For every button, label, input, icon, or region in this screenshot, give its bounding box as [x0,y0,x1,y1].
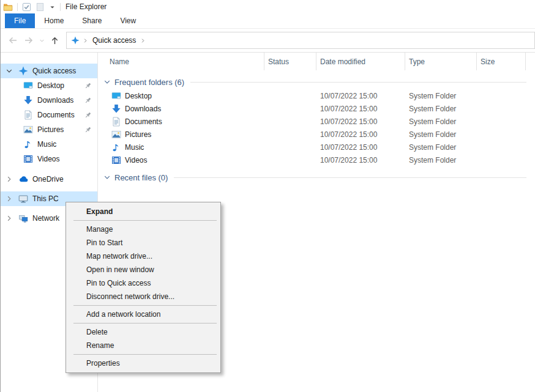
sidebar-item-desktop[interactable]: Desktop [0,78,97,93]
recent-locations-dropdown[interactable] [37,32,47,48]
sidebar-item-label: Desktop [37,81,64,90]
file-explorer-window: File Explorer FileHomeShareView Quick ac… [0,0,535,392]
group-header-line [174,177,526,178]
context-menu-item-properties[interactable]: Properties [66,357,220,370]
file-row-downloads[interactable]: Downloads10/07/2022 15:00System Folder [98,102,535,115]
ribbon-tab-home[interactable]: Home [35,13,73,28]
sidebar-item-documents[interactable]: Documents [0,108,97,122]
file-status-cell [264,89,316,102]
file-name-cell: Pictures [98,128,264,141]
breadcrumb-location[interactable]: Quick access [92,36,136,45]
pin-icon-wrap [84,126,92,134]
customize-quick-access-toolbar-icon[interactable] [49,4,56,10]
navigation-toolbar: Quick access [0,29,535,53]
file-row-music[interactable]: Music10/07/2022 15:00System Folder [98,141,535,153]
sidebar-item-pictures[interactable]: Pictures [0,122,97,137]
group-chevron-wrap[interactable] [103,78,111,86]
file-row-pictures[interactable]: Pictures10/07/2022 15:00System Folder [98,128,535,141]
ribbon-tab-view[interactable]: View [111,13,145,28]
sidebar-item-label: Network [32,214,59,223]
group-header-recent-files-0[interactable]: Recent files (0) [98,170,535,185]
group-chevron-wrap[interactable] [103,174,111,181]
context-menu-item-pin-to-start[interactable]: Pin to Start [66,236,220,250]
back-arrow-icon [8,35,18,45]
file-date-modified-cell: 10/07/2022 15:00 [316,115,405,128]
breadcrumb-chevron-icon [83,38,88,43]
column-header-type[interactable]: Type [405,53,477,70]
videos-icon-wrap [111,155,121,165]
desktop-icon-wrap [23,81,33,91]
pin-icon [84,82,92,90]
titlebar-separator [17,3,18,11]
expand-chevron[interactable] [6,195,14,202]
group-header-frequent-folders-6[interactable]: Frequent folders (6) [98,75,535,89]
expand-chevron[interactable] [6,215,14,222]
sidebar-item-label: OneDrive [32,175,64,183]
file-row-desktop[interactable]: Desktop10/07/2022 15:00System Folder [98,89,535,102]
column-header-name[interactable]: Name [98,53,264,70]
up-arrow-icon [50,36,59,45]
new-folder-icon [36,2,45,12]
new-folder-icon[interactable] [36,2,45,12]
ribbon-tabs: FileHomeShareView [0,13,535,29]
file-date-modified-cell: 10/07/2022 15:00 [316,153,405,166]
back-button[interactable] [5,32,21,48]
context-menu-item-rename[interactable]: Rename [66,339,220,352]
sidebar-item-videos[interactable]: Videos [0,152,97,166]
group-chevron-down-icon [103,78,111,86]
context-menu-item-pin-to-quick-access[interactable]: Pin to Quick access [66,276,220,290]
context-menu-item-add-a-network-location[interactable]: Add a network location [66,308,220,321]
context-menu-item-delete[interactable]: Delete [66,325,220,339]
quick-access-star-icon [18,66,28,76]
onedrive-icon-wrap [18,174,28,184]
ribbon-tab-share[interactable]: Share [73,13,111,28]
sidebar-item-onedrive[interactable]: OneDrive [0,172,97,187]
column-header-size[interactable]: Size [477,53,526,70]
file-status-cell [264,128,316,141]
context-menu-item-expand[interactable]: Expand [66,205,220,218]
expand-chevron[interactable] [6,176,14,183]
file-size-cell [477,141,526,153]
file-row-documents[interactable]: Documents10/07/2022 15:00System Folder [98,115,535,128]
music-icon-wrap [111,142,121,152]
chevron-right-icon [6,176,13,183]
sidebar-item-label: This PC [32,194,59,203]
file-name-label: Videos [125,156,147,165]
downloads-icon-wrap [23,95,33,105]
sidebar-item-quick-access[interactable]: Quick access [0,64,97,78]
breadcrumb-chevron-icon[interactable] [140,38,146,43]
context-menu-separator [73,323,217,324]
context-menu-item-open-in-new-window[interactable]: Open in new window [66,263,220,276]
file-row-videos[interactable]: Videos10/07/2022 15:00System Folder [98,153,535,166]
quick-access-star-icon [71,36,80,45]
context-menu-separator [73,354,217,355]
ribbon-tab-file[interactable]: File [5,13,35,28]
this-pc-icon-wrap [18,194,28,204]
column-headers: NameStatusDate modifiedTypeSize [98,53,535,70]
sidebar-item-music[interactable]: Music [0,137,97,152]
breadcrumb-chevron-icon[interactable] [83,38,88,43]
pictures-icon [111,130,121,139]
documents-icon [23,110,33,120]
forward-button[interactable] [21,32,37,48]
properties-icon[interactable] [22,2,31,12]
file-type-cell: System Folder [405,128,477,141]
column-header-status[interactable]: Status [264,53,316,70]
context-menu-item-map-network-drive[interactable]: Map network drive... [66,250,220,263]
network-icon [18,213,28,223]
file-status-cell [264,153,316,166]
expand-chevron[interactable] [6,67,14,75]
sidebar-item-downloads[interactable]: Downloads [0,93,97,108]
file-name-cell: Documents [98,115,264,128]
column-header-date-modified[interactable]: Date modified [316,53,405,70]
file-explorer-app-icon [3,2,13,12]
quick-access-star-icon [71,36,80,45]
window-title: File Explorer [65,2,107,11]
address-bar[interactable]: Quick access [66,32,535,49]
chevron-down-icon [6,67,13,75]
context-menu-separator [73,220,217,221]
up-button[interactable] [47,32,62,48]
breadcrumb-chevron-icon [140,38,146,43]
context-menu-item-manage[interactable]: Manage [66,223,220,236]
context-menu-item-disconnect-network-drive[interactable]: Disconnect network drive... [66,290,220,303]
